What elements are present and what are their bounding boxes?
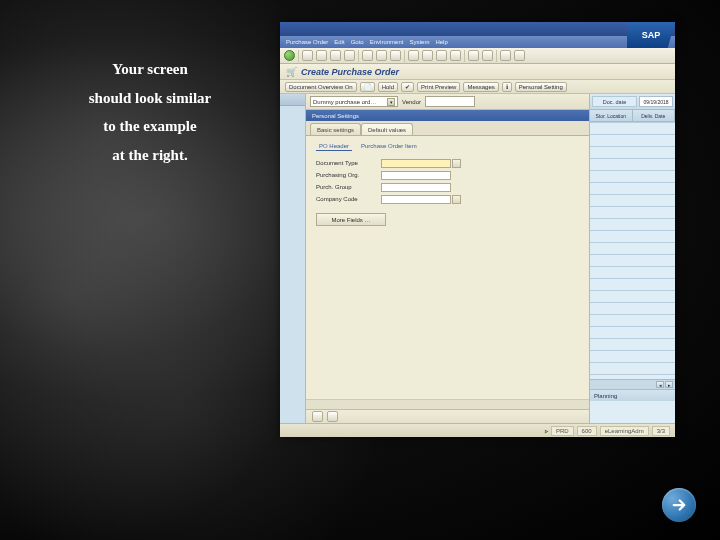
subtab-po-header[interactable]: PO Header <box>316 142 352 151</box>
f4-help-icon[interactable] <box>452 195 461 204</box>
item-toolbar[interactable] <box>306 409 589 423</box>
save-icon[interactable] <box>302 50 313 61</box>
status-system: PRD <box>551 426 574 436</box>
shortcut-icon[interactable] <box>482 50 493 61</box>
menu-item[interactable]: Help <box>435 39 447 45</box>
help-icon[interactable] <box>500 50 511 61</box>
enter-icon[interactable] <box>284 50 295 61</box>
print-icon[interactable] <box>362 50 373 61</box>
doc-overview-panel <box>280 94 306 423</box>
label-purch-group: Purch. Group <box>316 184 381 190</box>
default-values-pane: PO Header Purchase Order Item Document T… <box>306 135 589 236</box>
menu-item[interactable]: Environment <box>370 39 404 45</box>
col-deliv-date: Deliv. Date <box>633 110 676 121</box>
hold-button[interactable]: Hold <box>378 82 398 92</box>
docdate-input[interactable]: 09/19/2018 <box>639 96 673 107</box>
menu-item[interactable]: Edit <box>334 39 344 45</box>
input-company-code[interactable] <box>381 195 451 204</box>
caption-line: at the right. <box>35 141 265 170</box>
item-grid-header: Stor. Location Deliv. Date <box>590 110 675 122</box>
transaction-title-text: Create Purchase Order <box>301 67 399 77</box>
status-client: 600 <box>577 426 597 436</box>
status-bar: ▹ PRD 600 eLearningAdm 3/3 <box>280 423 675 437</box>
input-purchasing-org[interactable] <box>381 171 451 180</box>
newsession-icon[interactable] <box>468 50 479 61</box>
copy-icon[interactable] <box>312 411 323 422</box>
lastpage-icon[interactable] <box>450 50 461 61</box>
caption-line: to the example <box>35 112 265 141</box>
label-document-type: Document Type <box>316 160 381 166</box>
po-header-bar: Dummy purchase ord… ▾ Vendor <box>306 94 589 110</box>
layout-icon[interactable] <box>514 50 525 61</box>
window-titlebar <box>280 22 675 36</box>
f4-help-icon[interactable] <box>452 159 461 168</box>
more-fields-button[interactable]: More Fields … <box>316 213 386 226</box>
messages-button[interactable]: Messages <box>463 82 498 92</box>
item-grid[interactable] <box>590 122 675 379</box>
tab-basic-settings[interactable]: Basic settings <box>310 123 361 135</box>
menu-item[interactable]: System <box>409 39 429 45</box>
info-icon[interactable]: ℹ <box>502 82 512 92</box>
vendor-input[interactable] <box>425 96 475 107</box>
cart-icon: 🛒 <box>286 67 297 77</box>
print-preview-button[interactable]: Print Preview <box>417 82 460 92</box>
scroll-right-icon[interactable]: ▸ <box>665 381 673 388</box>
col-stor-location: Stor. Location <box>590 110 633 121</box>
scroll-left-icon[interactable]: ◂ <box>656 381 664 388</box>
menu-item[interactable]: Purchase Order <box>286 39 328 45</box>
caption-line: Your screen <box>35 55 265 84</box>
chevron-down-icon[interactable]: ▾ <box>387 98 395 106</box>
input-document-type[interactable] <box>381 159 451 168</box>
sap-logo: SAP <box>627 22 675 48</box>
slide-caption: Your screen should look similar to the e… <box>35 55 265 169</box>
app-toolbar[interactable]: Document Overview On 📄 Hold ✔ Print Prev… <box>280 80 675 94</box>
create-icon[interactable]: 📄 <box>360 82 375 92</box>
doc-overview-button[interactable]: Document Overview On <box>285 82 357 92</box>
firstpage-icon[interactable] <box>408 50 419 61</box>
caption-line: should look similar <box>35 84 265 113</box>
standard-toolbar[interactable] <box>280 48 675 64</box>
findnext-icon[interactable] <box>390 50 401 61</box>
subtab-po-item[interactable]: Purchase Order Item <box>358 142 420 151</box>
next-slide-button[interactable] <box>662 488 696 522</box>
planning-header[interactable]: Planning <box>590 389 675 401</box>
grid-scrollbar[interactable]: ◂ ▸ <box>590 379 675 389</box>
settings-tabbar[interactable]: Basic settings Default values <box>306 121 589 135</box>
status-session: 3/3 <box>652 426 670 436</box>
delete-icon[interactable] <box>327 411 338 422</box>
docdate-label: Doc. date <box>592 96 637 107</box>
label-company-code: Company Code <box>316 196 381 202</box>
tab-default-values[interactable]: Default values <box>361 123 413 135</box>
status-ok-icon: ▹ <box>545 427 548 434</box>
label-purchasing-org: Purchasing Org. <box>316 172 381 178</box>
order-type-combo[interactable]: Dummy purchase ord… ▾ <box>310 96 398 107</box>
check-icon[interactable]: ✔ <box>401 82 414 92</box>
prevpage-icon[interactable] <box>422 50 433 61</box>
nextpage-icon[interactable] <box>436 50 447 61</box>
arrow-right-icon <box>670 496 688 514</box>
transaction-title: 🛒 Create Purchase Order <box>280 64 675 80</box>
cancel-icon[interactable] <box>344 50 355 61</box>
vendor-label: Vendor <box>402 99 421 105</box>
sap-screenshot: Purchase Order Edit Goto Environment Sys… <box>280 22 675 437</box>
find-icon[interactable] <box>376 50 387 61</box>
personal-settings-label: Personal Settings <box>312 113 359 119</box>
order-type-value: Dummy purchase ord… <box>313 99 376 105</box>
item-overview-panel: Doc. date 09/19/2018 Stor. Location Deli… <box>589 94 675 423</box>
menu-item[interactable]: Goto <box>351 39 364 45</box>
personal-setting-button[interactable]: Personal Setting <box>515 82 567 92</box>
menu-bar[interactable]: Purchase Order Edit Goto Environment Sys… <box>280 36 675 48</box>
personal-settings-strip: Personal Settings <box>306 110 589 121</box>
status-user: eLearningAdm <box>600 426 649 436</box>
exit-icon[interactable] <box>330 50 341 61</box>
input-purch-group[interactable] <box>381 183 451 192</box>
back-icon[interactable] <box>316 50 327 61</box>
